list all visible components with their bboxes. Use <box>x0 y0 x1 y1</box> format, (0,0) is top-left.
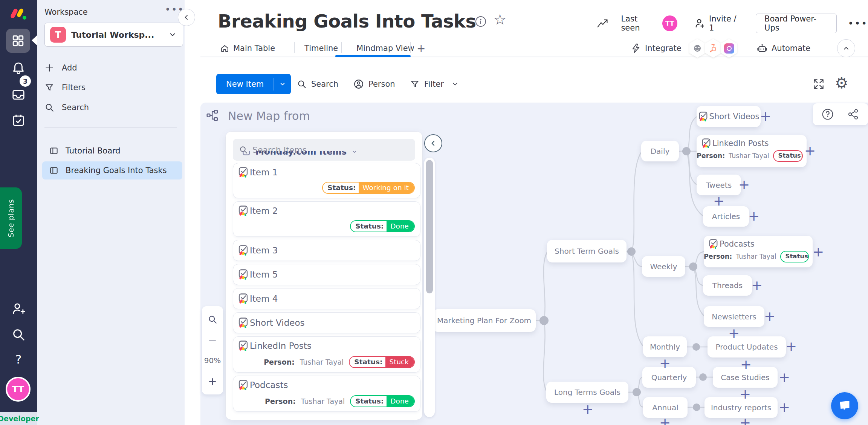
zoom-out-button[interactable] <box>202 336 223 345</box>
add-view-button[interactable]: + <box>417 40 425 57</box>
add-child-button[interactable]: + <box>748 209 760 223</box>
tab-main-table[interactable]: Main Table <box>220 40 275 57</box>
collapse-sidebar-button[interactable] <box>178 9 195 26</box>
share-icon[interactable] <box>847 108 860 121</box>
item-card-linkedin-posts[interactable]: LinkedIn Posts Person:Tushar Tayal Statu… <box>233 336 420 373</box>
status-badge[interactable]: Status:Stuck <box>773 150 803 162</box>
add-child-button[interactable]: + <box>779 371 790 384</box>
board-info-icon[interactable] <box>475 15 487 28</box>
my-work-button[interactable] <box>0 113 37 127</box>
last-seen-avatar[interactable]: TT <box>662 15 677 31</box>
user-avatar[interactable]: TT <box>6 377 31 402</box>
mindmap-node-monthly[interactable]: Monthly <box>643 336 687 357</box>
mindmap-node-newsletters[interactable]: Newsletters <box>704 306 764 327</box>
integration-badge-adobe[interactable] <box>720 39 738 58</box>
add-child-button[interactable]: + <box>813 245 824 259</box>
monday-logo[interactable] <box>9 6 28 23</box>
status-badge[interactable]: Status:Done <box>780 251 809 262</box>
add-sibling-button[interactable]: + <box>659 357 671 370</box>
automate-button[interactable]: Automate <box>756 40 810 57</box>
integration-badge-mailchimp[interactable] <box>689 39 706 58</box>
mindmap-node-short-term-goals[interactable]: Short Term Goals <box>547 240 627 262</box>
help-button[interactable]: ? <box>0 352 37 367</box>
status-badge[interactable]: Status:Stuck <box>349 356 415 368</box>
page-title[interactable]: Breaking Goals Into Tasks <box>218 11 476 32</box>
mindmap-node-articles[interactable]: Articles <box>703 206 749 227</box>
add-child-button[interactable]: + <box>751 279 763 292</box>
help-circle-icon[interactable] <box>821 108 834 121</box>
status-badge[interactable]: Status:Working on it <box>322 182 415 194</box>
panel-scrollbar-thumb[interactable] <box>426 160 433 293</box>
board-power-ups-button[interactable]: Board Power-Ups <box>756 14 837 33</box>
item-card-item-1[interactable]: Item 1 Status:Working on it <box>233 163 420 198</box>
item-card-item-4[interactable]: Item 4 <box>233 288 420 309</box>
add-sibling-button[interactable]: + <box>713 194 724 208</box>
item-card-item-5[interactable]: Item 5 <box>233 264 420 285</box>
new-item-split-button[interactable]: New Item <box>216 74 291 94</box>
sidebar-item-add[interactable]: Add <box>44 60 180 76</box>
add-child-button[interactable]: + <box>760 109 771 123</box>
add-sibling-button[interactable]: + <box>740 387 751 401</box>
new-item-button[interactable]: New Item <box>216 80 274 89</box>
sidebar-divider <box>44 127 177 128</box>
item-card-item-3[interactable]: Item 3 <box>233 240 420 261</box>
add-child-button[interactable]: + <box>779 400 790 414</box>
mindmap-node-daily[interactable]: Daily <box>641 141 679 161</box>
activity-icon[interactable] <box>597 18 608 29</box>
add-child-button[interactable]: + <box>764 310 775 323</box>
add-sibling-button[interactable]: + <box>740 416 751 425</box>
mindmap-node-weekly[interactable]: Weekly <box>642 256 685 277</box>
mindmap-node-tweets[interactable]: Tweets <box>697 175 741 195</box>
tab-mindmap-view[interactable]: Mindmap View <box>356 40 414 57</box>
mindmap-node-threads[interactable]: Threads <box>703 275 752 296</box>
sidebar-item-search[interactable]: Search <box>44 99 180 116</box>
integrate-button[interactable]: Integrate <box>631 40 682 57</box>
fullscreen-button[interactable] <box>812 78 825 91</box>
mindmap-node-linkedin-posts[interactable]: LinkedIn Posts Person:Tushar Tayal Statu… <box>697 135 807 167</box>
add-sibling-button[interactable]: + <box>740 358 752 371</box>
item-card-short-videos[interactable]: Short Videos <box>233 312 420 333</box>
see-plans-button[interactable]: See plans <box>0 187 22 249</box>
notifications-button[interactable] <box>0 61 37 75</box>
mindmap-node-podcasts[interactable]: Podcasts Person:Tushar Tayal Status:Done <box>704 236 813 267</box>
mindmap-node-long-terms-goals[interactable]: Long Terms Goals <box>546 382 628 403</box>
person-filter-button[interactable]: Person <box>353 74 395 94</box>
sidebar-board-breaking-goals[interactable]: Breaking Goals Into Tasks <box>42 161 182 180</box>
zoom-search-button[interactable] <box>202 315 223 324</box>
integration-badge-hubspot[interactable] <box>704 39 722 58</box>
items-group-header[interactable]: Monday.com Items <box>242 151 366 159</box>
sidebar-board-tutorial[interactable]: Tutorial Board <box>42 142 182 160</box>
item-card-item-2[interactable]: Item 2 Status:Done <box>233 201 420 237</box>
search-items-button[interactable]: Search <box>297 74 338 94</box>
favorite-star-icon[interactable]: ☆ <box>494 11 506 28</box>
add-child-button[interactable]: + <box>804 144 816 158</box>
sidebar-item-filters[interactable]: Filters <box>44 79 180 96</box>
invite-members-button[interactable] <box>0 302 37 316</box>
chat-widget-button[interactable] <box>831 392 858 419</box>
add-child-button[interactable]: + <box>785 340 797 353</box>
filter-button[interactable]: Filter <box>410 74 459 94</box>
workspace-selector[interactable]: T Tutorial Worksp... <box>44 23 183 47</box>
global-search-button[interactable] <box>0 327 37 342</box>
add-child-button[interactable]: + <box>582 402 593 416</box>
zoom-in-button[interactable] <box>202 377 223 386</box>
mindmap-node-short-videos[interactable]: Short Videos <box>697 106 761 127</box>
status-badge[interactable]: Status:Done <box>350 395 415 408</box>
header-more-menu[interactable]: ••• <box>848 18 868 29</box>
new-item-dropdown[interactable] <box>274 81 291 87</box>
mindmap-node-product-updates[interactable]: Product Updates <box>708 336 786 357</box>
inbox-button[interactable] <box>0 87 37 102</box>
collapse-panel-button[interactable] <box>424 134 442 152</box>
settings-gear-icon[interactable]: ⚙ <box>835 75 848 91</box>
add-sibling-button[interactable]: + <box>728 327 740 340</box>
workspaces-nav-button[interactable] <box>6 29 30 53</box>
mindmap-node-root[interactable]: Marketing Plan For Zoom <box>432 309 536 332</box>
workspace-sidebar: Workspace ••• T Tutorial Worksp... Add F… <box>37 0 185 425</box>
item-card-podcasts[interactable]: Podcasts Person:Tushar Tayal Status:Done <box>233 376 420 412</box>
collapse-header-button[interactable] <box>837 39 855 57</box>
tab-timeline[interactable]: Timeline <box>304 40 338 57</box>
invite-button[interactable]: Invite / 1 <box>709 14 742 32</box>
status-badge[interactable]: Status:Done <box>350 220 415 233</box>
add-sibling-button[interactable]: + <box>659 416 671 425</box>
add-child-button[interactable]: + <box>738 178 750 192</box>
